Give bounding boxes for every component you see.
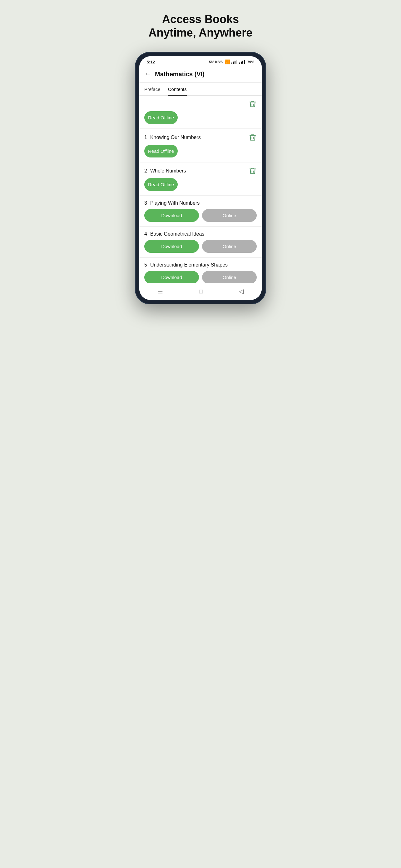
trash-icon-ch2[interactable]: [248, 167, 257, 175]
chapter-1-header: 1 Knowing Our Numbers: [144, 133, 257, 142]
chapter-item-1: 1 Knowing Our Numbers Read Offline: [139, 129, 262, 162]
chapter-2-title: 2 Whole Numbers: [144, 168, 186, 174]
wifi-icon: 📶: [225, 59, 230, 64]
tabs-row: Preface Contents: [139, 83, 262, 96]
page-wrapper: Access Books Anytime, Anywhere 5:12 588 …: [123, 12, 278, 304]
chapter-4-title: 4 Basic Geometrical Ideas: [144, 231, 204, 237]
nav-back-icon[interactable]: ◁: [239, 287, 244, 295]
chapter-1-title: 1 Knowing Our Numbers: [144, 135, 201, 140]
chapter-5-header: 5 Understanding Elementary Shapes: [144, 262, 257, 268]
preface-section: Read Offline: [139, 96, 262, 128]
ch1-read-offline-btn[interactable]: Read Offline: [144, 145, 178, 157]
scroll-area[interactable]: Read Offline 1 Knowing Our Numbers: [139, 96, 262, 283]
status-time: 5:12: [147, 60, 155, 64]
chapter-item-3: 3 Playing With Numbers Download Online: [139, 196, 262, 226]
status-right: 588 KB/S 📶 79%: [209, 59, 254, 64]
hero-title: Access Books Anytime, Anywhere: [149, 12, 253, 39]
chapter-item-4: 4 Basic Geometrical Ideas Download Onlin…: [139, 227, 262, 257]
chapter-item-5: 5 Understanding Elementary Shapes Downlo…: [139, 258, 262, 283]
chapter-3-title: 3 Playing With Numbers: [144, 200, 200, 206]
chapter-item-2: 2 Whole Numbers Read Offline: [139, 162, 262, 195]
ch3-btn-row: Download Online: [144, 209, 257, 222]
preface-read-offline-btn[interactable]: Read Offline: [144, 111, 178, 124]
chapter-5-title: 5 Understanding Elementary Shapes: [144, 262, 228, 268]
tab-preface[interactable]: Preface: [144, 83, 161, 96]
phone-screen: 5:12 588 KB/S 📶: [139, 56, 262, 300]
ch5-download-btn[interactable]: Download: [144, 271, 199, 283]
ch3-download-btn[interactable]: Download: [144, 209, 199, 222]
ch5-online-btn[interactable]: Online: [202, 271, 257, 283]
ch4-btn-row: Download Online: [144, 240, 257, 253]
ch2-read-offline-btn[interactable]: Read Offline: [144, 178, 178, 191]
ch4-online-btn[interactable]: Online: [202, 240, 257, 253]
ch4-download-btn[interactable]: Download: [144, 240, 199, 253]
trash-icon-ch1[interactable]: [248, 133, 257, 142]
chapter-2-header: 2 Whole Numbers: [144, 167, 257, 175]
tab-contents[interactable]: Contents: [168, 83, 187, 96]
chapter-4-header: 4 Basic Geometrical Ideas: [144, 231, 257, 237]
preface-header: [144, 100, 257, 108]
nav-bar: ☰ □ ◁: [139, 283, 262, 300]
battery-level: 79%: [247, 60, 254, 64]
nav-home-icon[interactable]: □: [199, 288, 203, 295]
phone-frame: 5:12 588 KB/S 📶: [135, 52, 266, 304]
chapter-3-header: 3 Playing With Numbers: [144, 200, 257, 206]
status-bar: 5:12 588 KB/S 📶: [139, 56, 262, 66]
signal-bars-2: [239, 60, 245, 64]
app-header: ← Mathematics (VI): [139, 66, 262, 83]
nav-menu-icon[interactable]: ☰: [157, 287, 163, 295]
ch3-online-btn[interactable]: Online: [202, 209, 257, 222]
app-title: Mathematics (VI): [155, 71, 205, 78]
data-speed: 588 KB/S: [209, 60, 223, 64]
trash-icon-preface[interactable]: [248, 100, 257, 108]
signal-bars: [231, 60, 237, 64]
back-button[interactable]: ←: [144, 70, 151, 78]
ch5-btn-row: Download Online: [144, 271, 257, 283]
